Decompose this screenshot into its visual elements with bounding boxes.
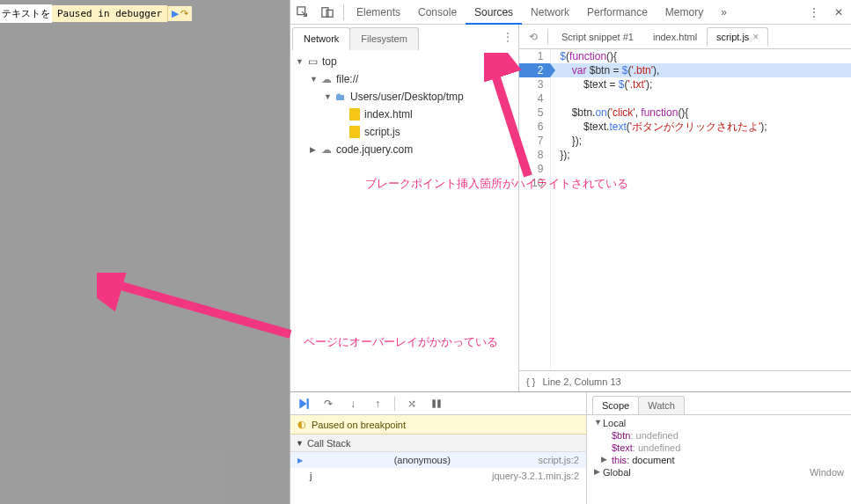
file-icon [348, 108, 361, 121]
navigator-tab-network[interactable]: Network [292, 27, 350, 50]
scope-variable[interactable]: ▶this: document [587, 454, 851, 466]
tree-file-origin[interactable]: ▼☁file:// [290, 70, 518, 88]
tab-performance[interactable]: Performance [578, 0, 657, 25]
cloud-icon: ☁ [320, 143, 333, 156]
close-devtools-icon[interactable]: ✕ [826, 1, 851, 24]
deactivate-breakpoints-button[interactable]: ⤭ [404, 396, 420, 412]
step-over-icon[interactable]: ↷ [180, 8, 188, 19]
file-tab-snippet[interactable]: Script snippet #1 [552, 27, 643, 47]
resume-icon[interactable]: ▶ [172, 8, 179, 19]
inspect-icon[interactable] [290, 1, 315, 24]
tab-elements[interactable]: Elements [348, 0, 409, 25]
editor-file-tabs: ⟲ Script snippet #1 index.html script.js… [519, 25, 851, 49]
watch-tab[interactable]: Watch [638, 396, 685, 414]
debugger-pane: ↷ ↓ ↑ ⤭ ◐ Paused on breakpoint ▼Call Sta… [290, 391, 851, 504]
tab-memory[interactable]: Memory [657, 0, 712, 25]
code-editor[interactable]: 1 2 3 4 5 6 7 8 9 10 $(function(){ var $… [519, 49, 851, 370]
svg-rect-3 [307, 398, 309, 409]
scope-variable[interactable]: $btn: undefined [587, 429, 851, 442]
paused-status-row: ◐ Paused on breakpoint [290, 415, 586, 435]
file-tab-script[interactable]: script.js× [707, 27, 768, 47]
warning-icon: ◐ [297, 419, 306, 430]
stack-frame[interactable]: jjquery-3.2.1.min.js:2 [290, 468, 586, 484]
editor-status-bar: { } Line 2, Column 13 [519, 370, 851, 391]
devtools-panel: Elements Console Sources Network Perform… [290, 0, 851, 504]
resume-button[interactable] [296, 396, 312, 412]
scope-tabs: Scope Watch [587, 392, 851, 415]
page-text-fragment: テキストを [0, 4, 52, 23]
scope-variables: ▼Local $btn: undefined $text: undefined … [587, 415, 851, 504]
scope-variable[interactable]: $text: undefined [587, 442, 851, 454]
stack-frame[interactable]: (anonymous)script.js:2 [290, 452, 586, 468]
debugged-page-overlay: テキストを Paused in debugger ▶ ↷ [0, 0, 290, 504]
tab-sources[interactable]: Sources [466, 0, 522, 25]
svg-rect-4 [432, 399, 436, 407]
paused-in-debugger-banner: テキストを Paused in debugger ▶ ↷ [0, 4, 192, 22]
callstack-list: (anonymous)script.js:2 jjquery-3.2.1.min… [290, 452, 586, 504]
step-into-button[interactable]: ↓ [345, 396, 361, 412]
sources-navigator: Network Filesystem ⋮ ▼▭top ▼☁file:// ▼🖿U… [290, 25, 519, 391]
devtools-tab-strip: Elements Console Sources Network Perform… [290, 0, 851, 25]
cloud-icon: ☁ [320, 73, 333, 85]
navigator-tabs-row: Network Filesystem ⋮ [290, 25, 518, 49]
pause-exceptions-button[interactable] [429, 396, 444, 412]
callstack-header[interactable]: ▼Call Stack [290, 435, 586, 452]
folder-icon: 🖿 [334, 91, 347, 103]
sources-editor-pane: ⟲ Script snippet #1 index.html script.js… [519, 25, 851, 391]
more-menu-icon[interactable]: ⋮ [802, 1, 826, 24]
tree-folder[interactable]: ▼🖿Users/user/Desktop/tmp [290, 88, 518, 106]
svg-rect-5 [437, 399, 441, 407]
svg-rect-2 [326, 10, 333, 17]
close-tab-icon[interactable]: × [752, 27, 759, 47]
file-tab-index[interactable]: index.html [643, 27, 707, 47]
step-over-button[interactable]: ↷ [320, 396, 336, 412]
frame-icon: ▭ [306, 55, 319, 68]
paused-message: Paused in debugger [52, 5, 167, 22]
scope-local-header[interactable]: ▼Local [587, 417, 851, 429]
tab-network[interactable]: Network [522, 0, 578, 25]
cursor-position: Line 2, Column 13 [542, 376, 620, 387]
breakpoint-marker[interactable]: 2 [519, 63, 550, 77]
tab-overflow-icon[interactable]: » [712, 0, 736, 25]
scope-tab[interactable]: Scope [592, 396, 639, 414]
tree-file-script[interactable]: script.js [290, 123, 518, 141]
tab-console[interactable]: Console [409, 0, 466, 25]
scope-pane: Scope Watch ▼Local $btn: undefined $text… [587, 392, 851, 504]
code-lines[interactable]: $(function(){ var $btn = $('.btn'), $tex… [551, 49, 851, 370]
highlighted-line: var $btn = $('.btn'), [551, 63, 851, 77]
step-out-button[interactable]: ↑ [370, 396, 385, 412]
debug-toolbar: ↷ ↓ ↑ ⤭ [290, 392, 586, 415]
scope-global-header[interactable]: ▶GlobalWindow [587, 466, 851, 478]
line-gutter[interactable]: 1 2 3 4 5 6 7 8 9 10 [519, 49, 551, 370]
tree-jquery-origin[interactable]: ▶☁code.jquery.com [290, 141, 518, 158]
pretty-print-icon[interactable]: { } [526, 376, 535, 387]
debugger-controls-pane: ↷ ↓ ↑ ⤭ ◐ Paused on breakpoint ▼Call Sta… [290, 392, 587, 504]
tree-file-index[interactable]: index.html [290, 106, 518, 123]
svg-rect-1 [322, 7, 328, 17]
debugger-overlay-controls: ▶ ↷ [167, 6, 192, 21]
sources-main: Network Filesystem ⋮ ▼▭top ▼☁file:// ▼🖿U… [290, 25, 851, 391]
file-tree: ▼▭top ▼☁file:// ▼🖿Users/user/Desktop/tmp… [290, 49, 518, 391]
file-icon [348, 126, 361, 138]
navigator-menu-icon[interactable]: ⋮ [497, 31, 518, 43]
navigator-tab-filesystem[interactable]: Filesystem [349, 27, 419, 50]
device-mode-icon[interactable] [315, 1, 340, 24]
tree-top[interactable]: ▼▭top [290, 53, 518, 70]
editor-history-icon[interactable]: ⟲ [523, 31, 544, 43]
